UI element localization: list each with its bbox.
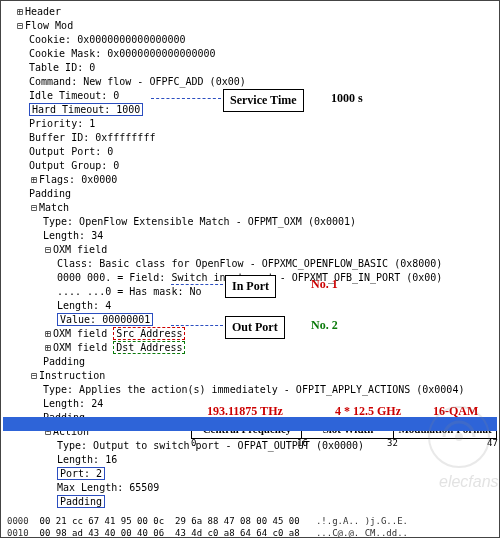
collapse-icon[interactable]: ⊟ xyxy=(29,201,39,215)
cookie-mask: Cookie Mask: 0x0000000000000000 xyxy=(29,48,216,59)
callout-inport: In Port xyxy=(225,275,276,298)
callout-service-time: Service Time xyxy=(223,89,304,112)
dst-addr-tag: Dst Address xyxy=(113,341,185,354)
hard-timeout: Hard Timeout: 1000 xyxy=(29,103,143,116)
tick-47: 47 xyxy=(487,438,498,448)
node-header[interactable]: Header xyxy=(25,6,61,17)
inport-value: No. 1 xyxy=(311,277,338,292)
expand-icon[interactable]: ⊞ xyxy=(29,173,39,187)
action-maxlen: Max Length: 65509 xyxy=(57,482,159,493)
tick-16: 16 xyxy=(297,438,308,448)
match-type: Type: OpenFlow Extensible Match - OFPMT_… xyxy=(43,216,356,227)
idle-timeout: Idle Timeout: 0 xyxy=(29,90,119,101)
oxm-field1[interactable]: OXM field xyxy=(53,244,107,255)
tick-32: 32 xyxy=(387,438,398,448)
flags[interactable]: Flags: 0x0000 xyxy=(39,174,117,185)
instr-length: Length: 24 xyxy=(43,398,103,409)
hex-dump: 0000 00 21 cc 67 41 95 00 0c 29 6a 88 47… xyxy=(7,515,493,538)
output-group: Output Group: 0 xyxy=(29,160,119,171)
expand-icon[interactable]: ⊞ xyxy=(43,327,53,341)
oxm1-hasmask: .... ...0 = Has mask: No xyxy=(57,286,202,297)
expand-icon[interactable]: ⊞ xyxy=(15,5,25,19)
cookie: Cookie: 0x0000000000000000 xyxy=(29,34,186,45)
src-addr-tag: Src Address xyxy=(113,327,185,340)
collapse-icon[interactable]: ⊟ xyxy=(29,369,39,383)
node-flow-mod[interactable]: Flow Mod xyxy=(25,20,73,31)
match-padding: Padding xyxy=(43,356,85,367)
instr-type: Type: Applies the action(s) immediately … xyxy=(43,384,464,395)
command: Command: New flow - OFPFC_ADD (0x00) xyxy=(29,76,246,87)
action-type: Type: Output to switch port - OFPAT_OUTP… xyxy=(57,440,364,451)
action-length: Length: 16 xyxy=(57,454,117,465)
action-padding: Padding xyxy=(57,495,105,508)
match-length: Length: 34 xyxy=(43,230,103,241)
oxm-field3[interactable]: OXM field xyxy=(53,342,107,353)
collapse-icon[interactable]: ⊟ xyxy=(15,19,25,33)
oxm1-value: Value: 00000001 xyxy=(57,313,153,326)
output-port: Output Port: 0 xyxy=(29,146,113,157)
tick-0: 0 xyxy=(191,438,196,448)
service-time-value: 1000 s xyxy=(331,91,363,106)
collapse-icon[interactable]: ⊟ xyxy=(43,243,53,257)
outport-value: No. 2 xyxy=(311,318,338,333)
oxm1-length: Length: 4 xyxy=(57,300,111,311)
node-instruction[interactable]: Instruction xyxy=(39,370,105,381)
oxm1-class: Class: Basic class for OpenFlow - OFPXMC… xyxy=(57,258,442,269)
padding1: Padding xyxy=(29,188,71,199)
oxm-field2[interactable]: OXM field xyxy=(53,328,107,339)
table-id: Table ID: 0 xyxy=(29,62,95,73)
expand-icon[interactable]: ⊞ xyxy=(43,341,53,355)
buffer-id: Buffer ID: 0xffffffff xyxy=(29,132,155,143)
priority: Priority: 1 xyxy=(29,118,95,129)
node-match[interactable]: Match xyxy=(39,202,69,213)
action-port: Port: 2 xyxy=(57,467,105,480)
callout-outport: Out Port xyxy=(225,316,285,339)
